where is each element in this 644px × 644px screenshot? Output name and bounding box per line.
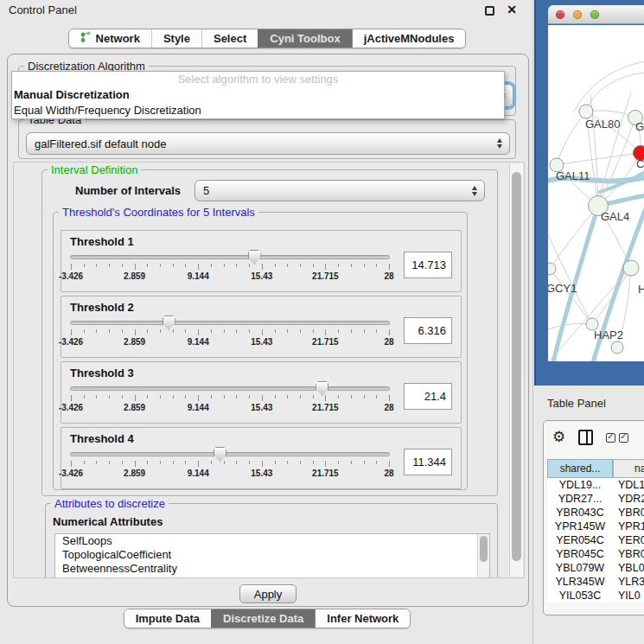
interval-definition-group: Interval Definition Number of Intervals … — [41, 169, 498, 496]
algorithm-option-equal-width-frequency-discretization[interactable]: Equal Width/Frequency Discretization — [12, 103, 504, 118]
threshold-panel-4: Threshold 4-3.4262.8599.14415.4321.71528… — [61, 427, 462, 489]
tab-infer-network[interactable]: Infer Network — [315, 609, 410, 628]
tick-label: 21.715 — [312, 337, 339, 347]
slider-thumb[interactable] — [316, 381, 328, 396]
gear-icon[interactable]: ⚙ — [552, 429, 565, 446]
network-node[interactable] — [579, 105, 593, 118]
minimize-button[interactable] — [573, 10, 582, 19]
close-button[interactable] — [556, 10, 564, 19]
tab-impute-data[interactable]: Impute Data — [124, 609, 211, 628]
tab-label: Impute Data — [136, 612, 200, 625]
panel-splitter[interactable] — [532, 0, 533, 644]
slider-thumb[interactable] — [248, 250, 261, 265]
close-icon[interactable]: ✕ — [507, 3, 517, 16]
network-node[interactable] — [611, 341, 623, 354]
table-row[interactable]: YBR045CYBR0 — [547, 547, 644, 561]
column-header-na[interactable]: na — [613, 459, 644, 478]
network-edge[interactable] — [550, 269, 592, 324]
list-scrollbar[interactable] — [477, 534, 489, 578]
panel-title: Control Panel — [9, 3, 77, 16]
tab-network[interactable]: Network — [69, 29, 151, 48]
network-edge[interactable] — [557, 153, 641, 165]
table-data-combobox[interactable]: galFiltered.sif default node — [26, 132, 510, 155]
node-label-c: C — [636, 157, 644, 170]
slider-track[interactable] — [70, 386, 390, 391]
attribute-item-selfloops[interactable]: SelfLoops — [55, 534, 489, 548]
threshold-slider-1[interactable]: -3.4262.8599.14415.4321.71528 — [70, 249, 390, 284]
threshold-value-field-2[interactable]: 6.316 — [404, 317, 452, 344]
network-window-titlebar[interactable] — [548, 5, 644, 24]
network-edge[interactable] — [586, 73, 644, 112]
threshold-slider-3[interactable]: -3.4262.8599.14415.4321.71528 — [70, 380, 390, 415]
network-icon — [80, 31, 92, 46]
attribute-item-betweennesscentrality[interactable]: BetweennessCentrality — [55, 562, 489, 576]
cell-shared-name: YER054C — [547, 533, 613, 547]
checkbox-icon[interactable] — [606, 433, 615, 443]
table-row[interactable]: YDR27...YDR2 — [547, 492, 644, 506]
cell-name: YBR0 — [613, 547, 644, 561]
slider-track[interactable] — [70, 452, 390, 456]
network-edge[interactable] — [598, 118, 635, 206]
threshold-slider-2[interactable]: -3.4262.8599.14415.4321.71528 — [70, 315, 390, 349]
tab-cyni-toolbox[interactable]: Cyni Toolbox — [258, 29, 351, 48]
threshold-value-field-4[interactable]: 11.344 — [404, 449, 452, 475]
numerical-attributes-list: SelfLoopsTopologicalCoefficientBetweenne… — [54, 533, 490, 578]
cell-name: YER0 — [613, 533, 644, 547]
apply-button[interactable]: Apply — [239, 584, 296, 603]
bottom-tab-bar: Impute DataDiscretize DataInfer Network — [0, 609, 534, 628]
tick-label: 15.43 — [251, 403, 272, 412]
slider-thumb[interactable] — [163, 316, 175, 330]
number-of-intervals-label: Number of Intervals — [75, 184, 181, 197]
slider-track[interactable] — [70, 255, 390, 259]
network-node[interactable] — [548, 263, 556, 275]
tab-discretize-data[interactable]: Discretize Data — [211, 609, 315, 628]
network-edge[interactable] — [548, 323, 592, 329]
columns-icon[interactable] — [578, 430, 593, 445]
table-row[interactable]: YDL19...YDL1 — [547, 478, 644, 492]
algorithm-option-manual-discretization[interactable]: Manual Discretization — [12, 87, 504, 103]
threshold-slider-4[interactable]: -3.4262.8599.14415.4321.71528 — [70, 446, 390, 481]
threshold-value-field-3[interactable]: 21.4 — [404, 383, 452, 410]
threshold-value-field-1[interactable]: 14.713 — [404, 252, 452, 278]
table-row[interactable]: YER054CYER0 — [547, 533, 644, 547]
vertical-scrollbar[interactable] — [509, 163, 523, 577]
tick-label: 2.859 — [124, 337, 145, 347]
tick-label: 28 — [384, 469, 393, 478]
numerical-attributes-label: Numerical Attributes — [53, 515, 163, 528]
attribute-item-topologicalcoefficient[interactable]: TopologicalCoefficient — [55, 548, 489, 562]
slider-thumb[interactable] — [214, 447, 226, 462]
tab-jactivemnodules[interactable]: jActiveMNodules — [352, 29, 466, 48]
float-icon[interactable] — [485, 6, 494, 16]
table-row[interactable]: YLR345WYLR3 — [547, 575, 644, 589]
checkbox-icon[interactable] — [619, 433, 628, 443]
threshold-panel-1: Threshold 1-3.4262.8599.14415.4321.71528… — [61, 230, 462, 292]
tick-label: 21.715 — [312, 403, 339, 412]
column-header-shared[interactable]: shared... — [547, 459, 613, 478]
table-row[interactable]: YBR043CYBR0 — [547, 506, 644, 520]
network-edge[interactable] — [574, 61, 644, 112]
list-scrollbar-thumb[interactable] — [480, 536, 488, 562]
number-of-intervals-combobox[interactable]: 5 — [194, 180, 485, 201]
zoom-button[interactable] — [590, 10, 599, 19]
tick-label: 15.43 — [251, 337, 272, 347]
top-tab-bar: NetworkStyleSelectCyni ToolboxjActiveMNo… — [0, 29, 534, 48]
table-row[interactable]: YIL053CYIL0 — [547, 589, 644, 603]
slider-track[interactable] — [70, 321, 390, 325]
tab-select[interactable]: Select — [201, 29, 258, 48]
table-row[interactable]: YPR145WYPR1 — [547, 520, 644, 533]
threshold-label: Threshold 2 — [70, 301, 461, 314]
group-title-attributes: Attributes to discretize — [51, 497, 169, 510]
network-edge[interactable] — [550, 206, 598, 269]
network-node[interactable] — [623, 260, 639, 276]
tab-style[interactable]: Style — [151, 29, 201, 48]
network-canvas[interactable]: GAL80GACGAL11GAL4GCY1HHAP2 — [548, 25, 644, 361]
cell-shared-name: YBR045C — [547, 547, 613, 561]
number-of-intervals-value: 5 — [203, 184, 209, 197]
network-edge[interactable] — [598, 92, 631, 206]
tick-label: 28 — [384, 271, 393, 281]
network-edge[interactable] — [557, 112, 586, 165]
vertical-scrollbar-thumb[interactable] — [512, 172, 521, 561]
cell-name: YDR2 — [613, 492, 644, 506]
tick-label: 21.715 — [312, 271, 339, 281]
table-row[interactable]: YBL079WYBL0 — [547, 561, 644, 575]
